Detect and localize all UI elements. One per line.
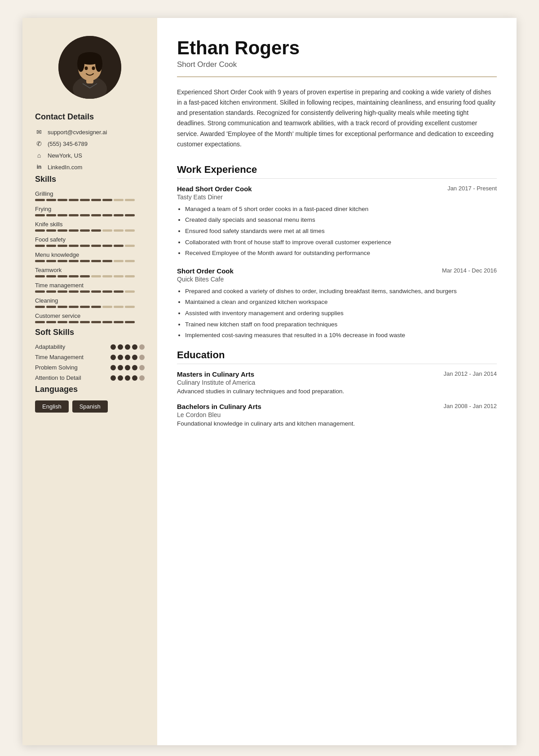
soft-skill-name: Adaptability <box>35 343 110 350</box>
work-experience-title: Work Experience <box>177 164 497 176</box>
skill-segment <box>80 321 90 323</box>
skill-segment <box>80 260 90 262</box>
linkedin-icon: in <box>35 163 43 171</box>
svg-point-8 <box>92 66 95 70</box>
skill-segment <box>46 321 56 323</box>
soft-skill-dot <box>110 375 116 381</box>
skill-segment <box>91 260 101 262</box>
skill-segment <box>69 290 79 293</box>
soft-skill-dot <box>125 355 130 360</box>
job-bullet: Prepared and cooked a variety of dishes … <box>185 286 497 296</box>
skill-segment <box>102 245 112 247</box>
skill-bar <box>35 290 145 293</box>
soft-skill-dot <box>125 344 130 350</box>
skill-item: Teamwork <box>35 267 145 277</box>
skill-segment <box>69 214 79 216</box>
skill-name: Customer service <box>35 312 145 319</box>
skill-segment <box>102 275 112 277</box>
skill-segment <box>91 306 101 308</box>
skill-bar <box>35 229 145 232</box>
location-icon: ⌂ <box>35 151 43 159</box>
skill-segment <box>114 260 124 262</box>
edu-school: Le Cordon Bleu <box>177 411 497 418</box>
skill-segment <box>46 306 56 308</box>
person-name: Ethan Rogers <box>177 38 497 58</box>
skill-segment <box>91 321 101 323</box>
soft-skill-dot <box>125 375 130 381</box>
skill-segment <box>57 321 67 323</box>
skill-segment <box>125 214 135 216</box>
soft-skill-dot <box>132 375 137 381</box>
skill-segment <box>102 214 112 216</box>
soft-skill-name: Attention to Detail <box>35 374 110 381</box>
edu-divider <box>177 364 497 364</box>
soft-skill-dot <box>139 355 145 360</box>
job-bullets: Managed a team of 5 short order cooks in… <box>185 204 497 258</box>
skill-segment <box>57 214 67 216</box>
skill-segment <box>91 229 101 232</box>
languages-list: EnglishSpanish <box>35 400 145 413</box>
skill-segment <box>125 290 135 293</box>
skill-name: Food safety <box>35 236 145 243</box>
job-entry: Head Short Order CookJan 2017 - PresentT… <box>177 185 497 258</box>
skill-segment <box>57 245 67 247</box>
soft-skill-dot <box>139 375 145 381</box>
skill-item: Knife skills <box>35 221 145 232</box>
soft-skill-dot <box>118 365 123 370</box>
skill-segment <box>35 321 45 323</box>
language-badge: Spanish <box>72 400 108 413</box>
resume-container: Contact Details ✉ support@cvdesigner.ai … <box>22 18 517 745</box>
skill-name: Cleaning <box>35 297 145 304</box>
contact-email: ✉ support@cvdesigner.ai <box>35 128 145 136</box>
main-content: Ethan Rogers Short Order Cook Experience… <box>157 18 517 745</box>
skill-segment <box>57 199 67 201</box>
soft-skill-dots <box>110 355 145 360</box>
work-divider <box>177 178 497 179</box>
skill-segment <box>46 214 56 216</box>
soft-skill-dot <box>132 365 137 370</box>
skill-segment <box>35 290 45 293</box>
soft-skills-section: Soft Skills AdaptabilityTime ManagementP… <box>35 328 145 385</box>
soft-skill-item: Attention to Detail <box>35 374 145 381</box>
soft-skill-item: Time Management <box>35 354 145 360</box>
skills-list: GrillingFryingKnife skillsFood safetyMen… <box>35 190 145 323</box>
job-bullet: Created daily specials and seasonal menu… <box>185 215 497 225</box>
skill-segment <box>69 199 79 201</box>
skill-segment <box>102 260 112 262</box>
work-experience-section: Work Experience Head Short Order CookJan… <box>177 164 497 340</box>
sidebar: Contact Details ✉ support@cvdesigner.ai … <box>22 18 157 745</box>
skill-segment <box>125 260 135 262</box>
skill-bar <box>35 260 145 262</box>
skill-segment <box>46 290 56 293</box>
job-header: Head Short Order CookJan 2017 - Present <box>177 185 497 193</box>
skill-segment <box>35 229 45 232</box>
person-title: Short Order Cook <box>177 60 497 69</box>
skill-name: Frying <box>35 206 145 212</box>
skill-segment <box>80 214 90 216</box>
job-entry: Short Order CookMar 2014 - Dec 2016Quick… <box>177 267 497 340</box>
job-date: Jan 2017 - Present <box>447 185 497 192</box>
skill-segment <box>114 229 124 232</box>
languages-section: Languages EnglishSpanish <box>35 385 145 413</box>
skill-segment <box>114 306 124 308</box>
education-section: Education Masters in Culinary ArtsJan 20… <box>177 349 497 427</box>
contact-title: Contact Details <box>35 112 145 122</box>
edu-date: Jan 2008 - Jan 2012 <box>443 403 497 409</box>
job-header: Short Order CookMar 2014 - Dec 2016 <box>177 267 497 275</box>
soft-skill-dot <box>132 344 137 350</box>
edu-list: Masters in Culinary ArtsJan 2012 - Jan 2… <box>177 370 497 427</box>
edu-header: Bachelors in Culinary ArtsJan 2008 - Jan… <box>177 403 497 410</box>
skill-segment <box>46 229 56 232</box>
svg-point-6 <box>95 56 102 72</box>
edu-date: Jan 2012 - Jan 2014 <box>443 370 497 377</box>
job-bullet: Assisted with inventory management and o… <box>185 308 497 318</box>
skill-segment <box>102 229 112 232</box>
edu-degree: Bachelors in Culinary Arts <box>177 403 261 410</box>
skill-segment <box>114 321 124 323</box>
job-bullet: Ensured food safety standards were met a… <box>185 226 497 236</box>
summary-text: Experienced Short Order Cook with 9 year… <box>177 87 497 149</box>
skill-segment <box>102 199 112 201</box>
soft-skill-item: Adaptability <box>35 343 145 350</box>
soft-skill-name: Problem Solving <box>35 364 110 371</box>
header-divider <box>177 76 497 77</box>
